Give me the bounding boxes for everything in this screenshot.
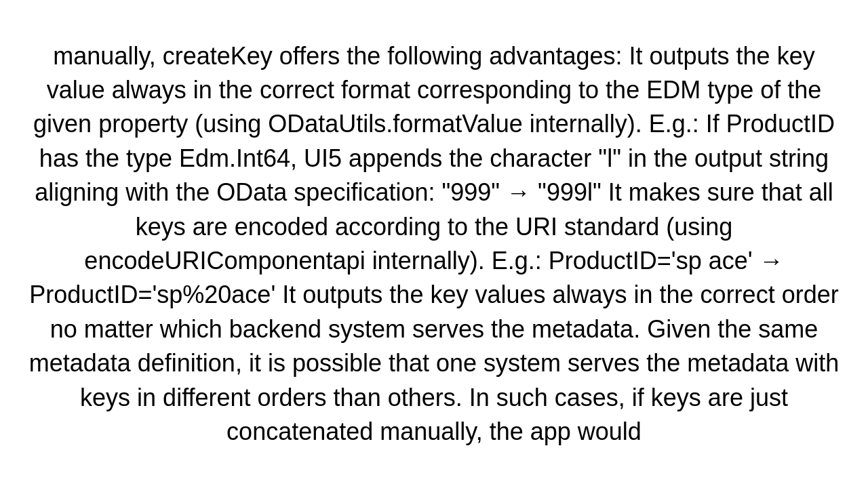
main-text-block: manually, createKey offers the following…	[27, 39, 841, 449]
content-wrapper: manually, createKey offers the following…	[0, 0, 868, 488]
